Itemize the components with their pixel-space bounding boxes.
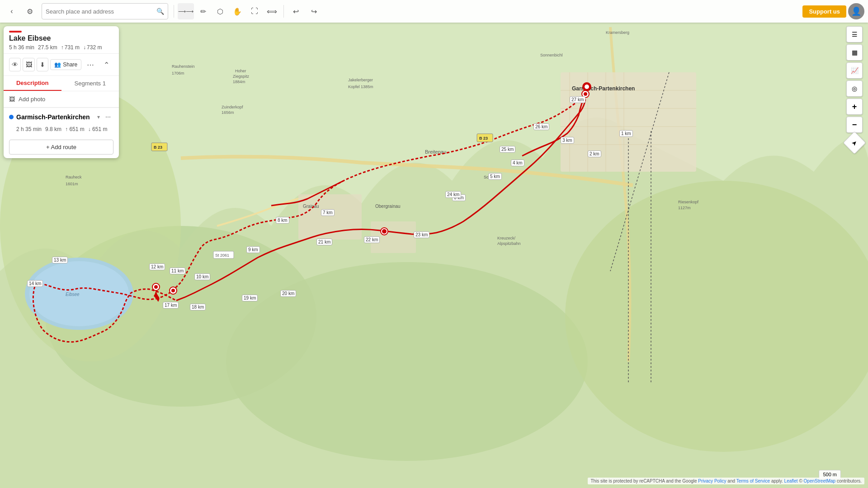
svg-point-33 xyxy=(585,84,589,89)
svg-text:Kramersberg: Kramersberg xyxy=(606,30,629,35)
svg-text:Zuinderkopf: Zuinderkopf xyxy=(222,105,243,109)
toolbar-divider-1 xyxy=(174,5,174,18)
draw-line-button[interactable]: ✏ xyxy=(195,3,211,19)
svg-text:Garmisch-Partenkirchen: Garmisch-Partenkirchen xyxy=(572,85,635,92)
photo-icon: 🖼 xyxy=(9,96,15,103)
svg-text:St 2061: St 2061 xyxy=(215,253,229,258)
dist-marker-22km: 22 km xyxy=(364,236,380,243)
search-input[interactable] xyxy=(46,8,156,15)
filter-button[interactable]: ⚙ xyxy=(22,3,38,19)
dist-marker-17km: 17 km xyxy=(163,302,179,309)
leaflet-link[interactable]: Leaflet xyxy=(784,479,798,483)
svg-text:Jakelerberger: Jakelerberger xyxy=(348,78,373,82)
tab-segments[interactable]: Segments 1 xyxy=(61,76,119,91)
dist-marker-4km: 4 km xyxy=(511,160,524,166)
support-button[interactable]: Support us xyxy=(802,5,846,18)
terms-link[interactable]: Terms of Service xyxy=(736,479,770,483)
svg-text:Alpspitzbahn: Alpspitzbahn xyxy=(497,241,521,246)
dist-marker-9km: 9 km xyxy=(246,246,260,253)
privacy-policy-link[interactable]: Privacy Policy xyxy=(698,479,726,483)
svg-text:Kopfel 1385m: Kopfel 1385m xyxy=(348,84,373,89)
route1-expand-button[interactable]: ⌃ xyxy=(99,56,113,73)
route2-expand-icon[interactable]: ▾ xyxy=(97,114,100,120)
route-mode-button[interactable]: ⟶⟶ xyxy=(178,3,194,19)
dist-marker-25km: 25 km xyxy=(500,146,515,153)
svg-text:1706m: 1706m xyxy=(172,71,184,75)
search-bar: 🔍 xyxy=(42,3,168,19)
route2-header: Garmisch-Partenkirchen ▾ ⋯ xyxy=(4,108,119,126)
svg-point-31 xyxy=(382,229,387,234)
svg-text:Eibsee: Eibsee xyxy=(66,292,80,297)
fullscreen-button[interactable]: ⛶ xyxy=(246,3,263,19)
route1-color-bar xyxy=(9,31,22,33)
dist-marker-7km: 7 km xyxy=(321,209,335,216)
dist-marker-24km: 24 km xyxy=(445,191,461,198)
locate-button[interactable]: ◎ xyxy=(846,80,863,97)
pan-button[interactable]: ✋ xyxy=(229,3,245,19)
route1-elev-down: ↓ 732 m xyxy=(83,44,102,51)
svg-text:1884m: 1884m xyxy=(233,80,245,84)
svg-point-25 xyxy=(584,92,587,96)
route2-dot xyxy=(9,115,14,119)
dist-marker-10km: 10 km xyxy=(194,273,210,280)
dist-marker-20km: 20 km xyxy=(280,290,296,297)
image-button[interactable]: 🖼 xyxy=(23,58,34,71)
svg-text:Kreuzeck/: Kreuzeck/ xyxy=(497,236,516,240)
add-photo-label: Add photo xyxy=(19,96,45,103)
route1-menu-button[interactable]: ⋯ xyxy=(83,56,97,73)
svg-text:Sonnenbichl: Sonnenbichl xyxy=(540,53,563,57)
view-button[interactable]: 👁 xyxy=(9,58,21,71)
right-controls: ☰ ▦ 📈 ◎ + − ➤ xyxy=(846,26,863,151)
svg-text:Riesenkopf: Riesenkopf xyxy=(678,200,699,204)
chart-button[interactable]: 📈 xyxy=(846,62,863,79)
back-button[interactable]: ‹ xyxy=(4,3,20,19)
map-container[interactable]: Eibsee Garmisch-Partenkirchen Grainau Ob… xyxy=(0,0,868,488)
share-button[interactable]: 👥 Share xyxy=(50,59,81,70)
route2-distance: 9.8 km xyxy=(45,126,61,132)
route1-title: Lake Eibsee xyxy=(9,34,113,42)
redo-button[interactable]: ↪ xyxy=(306,3,322,19)
route2-title: Garmisch-Partenkirchen xyxy=(16,113,94,121)
route1-distance: 27.5 km xyxy=(38,44,57,51)
tab-description[interactable]: Description xyxy=(4,76,61,91)
dist-marker-18km: 18 km xyxy=(190,304,206,310)
svg-text:Rauheck: Rauheck xyxy=(66,175,82,179)
route2-elev-down: ↓ 651 m xyxy=(88,126,108,132)
scale-label: 500 m xyxy=(823,472,837,477)
route2-menu-button[interactable]: ⋯ xyxy=(103,112,113,122)
measure-button[interactable]: ⟺ xyxy=(264,3,280,19)
zoom-in-button[interactable]: + xyxy=(846,99,863,115)
dist-marker-27km: 27 km xyxy=(570,96,585,103)
add-photo-row[interactable]: 🖼 Add photo xyxy=(4,91,119,108)
share-icon: 👥 xyxy=(54,61,61,68)
download-button[interactable]: ⬇ xyxy=(37,58,48,71)
route2-elev-up: ↑ 651 m xyxy=(65,126,85,132)
svg-point-27 xyxy=(154,285,158,289)
osm-link[interactable]: OpenStreetMap xyxy=(804,479,836,483)
svg-text:Rauhenstein: Rauhenstein xyxy=(172,64,195,69)
table-button[interactable]: ▦ xyxy=(846,44,863,61)
toolbar: ‹ ⚙ 🔍 ⟶⟶ ✏ ⬡ ✋ ⛶ ⟺ ↩ ↪ Support us 👤 xyxy=(0,0,868,23)
left-panel: Lake Eibsee 5 h 36 min 27.5 km ↑ 731 m ↓… xyxy=(4,26,119,158)
svg-text:Ziegspitz: Ziegspitz xyxy=(233,74,250,79)
svg-text:Obergrainau: Obergrainau xyxy=(375,204,401,209)
add-waypoint-button[interactable]: ⬡ xyxy=(212,3,228,19)
layers-button[interactable]: ☰ xyxy=(846,26,863,42)
compass-button[interactable]: ➤ xyxy=(843,131,866,155)
undo-button[interactable]: ↩ xyxy=(288,3,304,19)
draw-tools-group: ⟶⟶ ✏ ⬡ ✋ ⛶ ⟺ xyxy=(178,3,280,19)
add-route-button[interactable]: + Add route xyxy=(9,140,113,155)
attribution: This site is protected by reCAPTCHA and … xyxy=(588,478,864,484)
dist-marker-26km: 26 km xyxy=(533,123,549,130)
dist-marker-8km: 8 km xyxy=(276,217,289,224)
svg-point-29 xyxy=(171,289,175,292)
search-icon: 🔍 xyxy=(156,8,164,15)
dist-marker-13km: 13 km xyxy=(52,257,68,263)
dist-marker-5km: 5 km xyxy=(488,173,502,180)
dist-marker-14km: 14 km xyxy=(27,280,43,287)
svg-text:1127m: 1127m xyxy=(678,206,691,210)
user-avatar[interactable]: 👤 xyxy=(848,3,864,19)
toolbar-divider-2 xyxy=(283,5,284,18)
route1-header: Lake Eibsee 5 h 36 min 27.5 km ↑ 731 m ↓… xyxy=(4,26,119,54)
zoom-out-button[interactable]: − xyxy=(846,117,863,133)
